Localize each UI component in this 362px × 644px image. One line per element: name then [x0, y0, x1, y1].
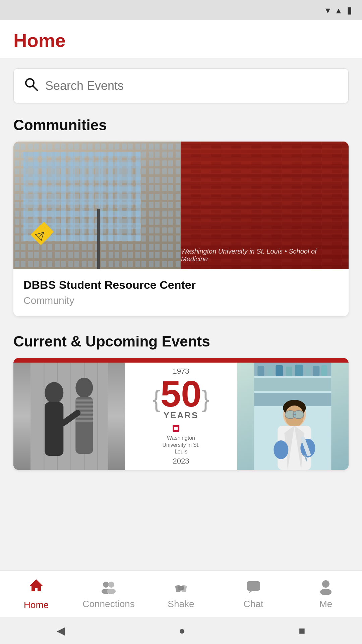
community-name: DBBS Student Resource Center	[23, 278, 339, 291]
image-caption: Washington University in St. Louis • Sch…	[181, 248, 343, 263]
events-section: Current & Upcoming Events	[13, 333, 349, 470]
svg-point-57	[108, 582, 114, 588]
svg-point-56	[103, 582, 109, 588]
svg-rect-21	[75, 399, 93, 401]
nav-item-shake[interactable]: Shake	[154, 579, 208, 609]
community-card[interactable]: 🚶	[13, 142, 349, 316]
svg-rect-35	[268, 368, 273, 376]
event-panel-1	[13, 363, 125, 470]
svg-rect-29	[174, 427, 178, 430]
svg-rect-39	[306, 367, 311, 376]
svg-rect-32	[254, 378, 331, 391]
system-nav: ◀ ● ■	[0, 617, 362, 644]
community-type: Community	[23, 295, 339, 306]
shake-icon	[173, 579, 189, 596]
back-button[interactable]: ◀	[57, 624, 65, 637]
anniversary-number: 50	[161, 377, 201, 410]
community-image: 🚶	[13, 142, 349, 269]
svg-rect-63	[247, 581, 260, 591]
events-card-accent	[13, 358, 349, 363]
svg-point-17	[45, 382, 63, 404]
nav-item-chat[interactable]: Chat	[227, 579, 280, 609]
nav-label-me: Me	[319, 599, 333, 609]
nav-item-connections[interactable]: Connections	[82, 579, 135, 609]
event-panel-3	[237, 363, 349, 470]
svg-rect-41	[321, 365, 327, 376]
building-left: 🚶	[13, 142, 181, 269]
anniversary-years-label: YEARS	[164, 410, 199, 421]
building-right: Washington University in St. Louis • Sch…	[181, 142, 349, 269]
nav-label-connections: Connections	[82, 599, 135, 609]
svg-rect-62	[178, 586, 184, 590]
communities-section: Communities	[13, 117, 349, 316]
nav-item-home[interactable]: Home	[9, 577, 63, 610]
nav-label-home: Home	[24, 600, 49, 610]
svg-marker-55	[29, 579, 43, 591]
svg-point-19	[75, 378, 93, 398]
page-title: Home	[13, 30, 349, 51]
signal-icon: ▴	[336, 5, 341, 16]
me-icon	[318, 579, 334, 596]
wifi-icon: ▾	[325, 5, 330, 16]
status-bar: ▾ ▴ ▮	[0, 0, 362, 20]
svg-rect-23	[75, 408, 93, 410]
home-icon	[28, 577, 44, 597]
events-card[interactable]: 1973 { 50 YEARS }	[13, 358, 349, 470]
bottom-nav: Home Connections Shake	[0, 570, 362, 617]
svg-rect-40	[313, 366, 320, 376]
svg-point-66	[320, 589, 331, 595]
communities-title: Communities	[13, 117, 349, 133]
svg-point-65	[322, 580, 329, 588]
search-input[interactable]	[45, 79, 338, 93]
header: Home	[0, 20, 362, 58]
svg-rect-18	[45, 402, 63, 456]
search-icon	[24, 77, 39, 95]
nav-label-chat: Chat	[243, 599, 263, 609]
chat-icon	[245, 579, 261, 596]
home-button[interactable]: ●	[179, 625, 185, 637]
svg-line-1	[33, 86, 37, 90]
svg-rect-31	[254, 363, 331, 376]
svg-rect-37	[286, 367, 292, 376]
anniversary-university: Washington University in St. Louis	[161, 435, 201, 455]
events-image: 1973 { 50 YEARS }	[13, 363, 349, 470]
battery-icon: ▮	[347, 5, 352, 16]
svg-marker-64	[249, 591, 253, 593]
nav-label-shake: Shake	[168, 599, 194, 609]
community-info: DBBS Student Resource Center Community	[13, 269, 349, 316]
svg-point-51	[274, 440, 289, 459]
events-title: Current & Upcoming Events	[13, 333, 349, 350]
svg-rect-34	[258, 366, 264, 376]
svg-point-59	[107, 589, 116, 594]
anniversary-year-end: 2023	[173, 457, 189, 466]
event-panel-2: 1973 { 50 YEARS }	[125, 363, 237, 470]
svg-rect-22	[75, 404, 93, 406]
svg-rect-26	[75, 420, 93, 422]
svg-rect-38	[295, 365, 303, 376]
search-box[interactable]	[13, 68, 349, 103]
connections-icon	[101, 579, 117, 596]
recent-button[interactable]: ■	[299, 625, 305, 637]
svg-rect-36	[276, 365, 283, 376]
nav-item-me[interactable]: Me	[299, 579, 353, 609]
main-content: Communities	[0, 58, 362, 560]
